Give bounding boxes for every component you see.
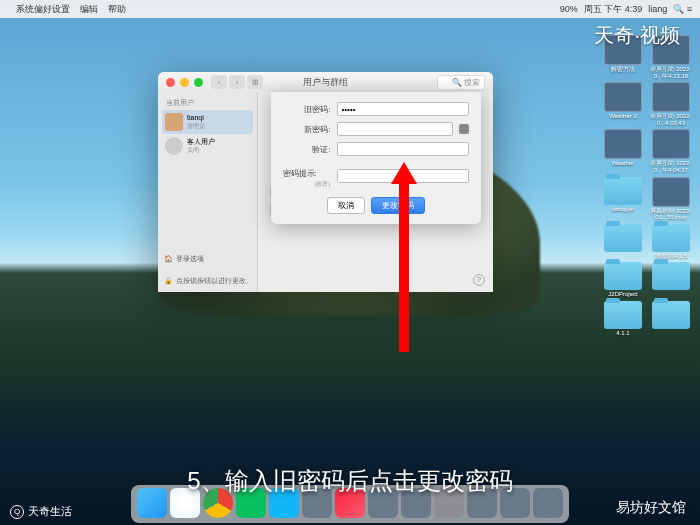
desktop-icon[interactable]	[650, 301, 692, 337]
desktop-icon[interactable]: 录屏互助 2022-0...4.03.43	[650, 82, 692, 126]
desktop-icons: 解密方法录屏互助 2022-0...午4.13.19 Weather 2录屏互助…	[602, 35, 692, 337]
menubar-help[interactable]: 帮助	[108, 3, 126, 16]
sidebar-head: 当前用户	[162, 96, 253, 110]
menubar: 系统偏好设置 编辑 帮助 90% 周五 下午 4:39 liang 🔍 ≡	[0, 0, 700, 18]
watermark-bottom-right: 易坊好文馆	[616, 499, 686, 517]
desktop-icon[interactable]	[602, 224, 644, 260]
desktop-icon[interactable]: Weather	[602, 129, 644, 173]
back-icon[interactable]: ‹	[211, 75, 227, 89]
sidebar-user-current[interactable]: tianqi管理员	[162, 110, 253, 134]
preferences-window: ‹›⊞ 用户与群组 🔍 搜索 当前用户 tianqi管理员 客人用户关闭 🏠 登…	[158, 72, 493, 292]
menubar-icons[interactable]: 🔍 ≡	[673, 4, 692, 14]
search-input[interactable]: 🔍 搜索	[437, 75, 485, 90]
desktop-icon[interactable]: Weather 2	[602, 82, 644, 126]
desktop-icon[interactable]: 4.1.1	[602, 301, 644, 337]
new-password-label: 新密码:	[283, 124, 331, 135]
close-icon	[166, 78, 175, 87]
verify-label: 验证:	[283, 144, 331, 155]
window-titlebar[interactable]: ‹›⊞ 用户与群组 🔍 搜索	[158, 72, 493, 92]
cancel-button[interactable]: 取消	[327, 197, 365, 214]
desktop-icon[interactable]: J2DProject	[602, 262, 644, 298]
menubar-app[interactable]: 系统偏好设置	[16, 3, 70, 16]
grid-icon[interactable]: ⊞	[247, 75, 263, 89]
password-sheet: 旧密码: 新密码: 验证: 密码提示:(推荐) 取消 更改密码	[271, 92, 481, 224]
minimize-icon	[180, 78, 189, 87]
new-password-input[interactable]	[337, 122, 453, 136]
forward-icon[interactable]: ›	[229, 75, 245, 89]
avatar	[165, 113, 183, 131]
change-password-button[interactable]: 更改密码	[371, 197, 425, 214]
old-password-input[interactable]	[337, 102, 469, 116]
window-title: 用户与群组	[303, 76, 348, 89]
menubar-edit[interactable]: 编辑	[80, 3, 98, 16]
desktop-icon[interactable]: 录屏互助 2022-0...午4.04.17	[650, 129, 692, 173]
old-password-label: 旧密码:	[283, 104, 331, 115]
menubar-battery[interactable]: 90%	[560, 4, 578, 14]
desktop-icon[interactable]	[650, 262, 692, 298]
watermark-bottom-left: Q天奇生活	[10, 504, 72, 519]
hint-input[interactable]	[337, 169, 469, 183]
desktop-icon[interactable]: 屏幕录制 2022-01...55.mov	[650, 177, 692, 221]
verify-input[interactable]	[337, 142, 469, 156]
avatar	[165, 137, 183, 155]
help-icon[interactable]: ?	[473, 274, 485, 286]
hint-label: 密码提示:	[283, 169, 317, 178]
desktop-icon[interactable]: tianqijun	[602, 177, 644, 221]
login-options[interactable]: 🏠 登录选项	[164, 254, 204, 264]
traffic-lights[interactable]	[166, 78, 203, 87]
window-main: 旧密码: 新密码: 验证: 密码提示:(推荐) 取消 更改密码 联系 允许用户使…	[258, 92, 493, 292]
tutorial-caption: 5、输入旧密码后点击更改密码	[0, 465, 700, 497]
menubar-datetime[interactable]: 周五 下午 4:39	[584, 3, 643, 16]
sidebar-user-guest[interactable]: 客人用户关闭	[162, 134, 253, 158]
menubar-user[interactable]: liang	[648, 4, 667, 14]
key-icon[interactable]	[459, 124, 469, 134]
desktop-icon[interactable]: 水星DJ4.1.5	[650, 224, 692, 260]
users-sidebar: 当前用户 tianqi管理员 客人用户关闭 🏠 登录选项 🔒 点按锁按钮以进行更…	[158, 92, 258, 292]
zoom-icon	[194, 78, 203, 87]
lock-button[interactable]: 🔒 点按锁按钮以进行更改。	[164, 276, 253, 286]
watermark-top-right: 天奇·视频	[594, 22, 680, 49]
